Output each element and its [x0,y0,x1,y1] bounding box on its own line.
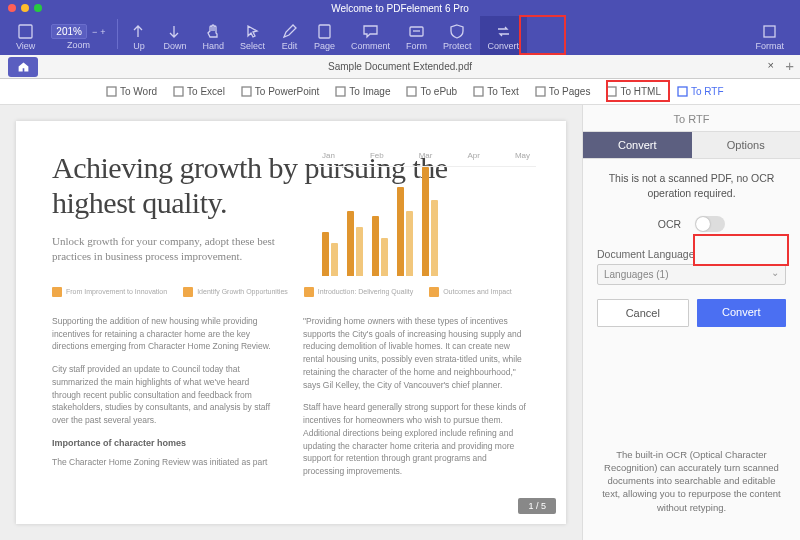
svg-rect-3 [764,26,775,37]
zoom-out-icon[interactable]: − [92,27,97,37]
select-button[interactable]: Select [232,16,273,55]
hand-button[interactable]: Hand [194,16,232,55]
format-button[interactable]: Format [747,16,792,55]
to-pages-button[interactable]: To Pages [529,84,597,99]
minimize-window-icon[interactable] [21,4,29,12]
comment-button[interactable]: Comment [343,16,398,55]
bar [347,211,354,276]
pdf-page: Achieving growth by pursuing the highest… [16,121,566,524]
page-indicator: 1 / 5 [518,498,556,514]
arrow-up-icon [130,23,147,40]
doc-lang-label: Document Language [597,248,786,260]
pencil-icon [281,23,298,40]
arrow-down-icon [166,23,183,40]
maximize-window-icon[interactable] [34,4,42,12]
feature-item: Identify Growth Opportunities [183,287,288,297]
ocr-row: OCR [597,216,786,232]
tab-options[interactable]: Options [692,132,801,159]
convert-panel: To RTF Convert Options This is not a sca… [582,105,800,540]
to-image-button[interactable]: To Image [329,84,396,99]
bar-group [422,167,438,276]
bar [431,200,438,276]
doc-icon [535,86,546,97]
svg-rect-4 [107,87,116,96]
svg-rect-9 [474,87,483,96]
doc-icon [241,86,252,97]
bar [356,227,363,276]
svg-rect-10 [536,87,545,96]
document-title: Sample Document Extended.pdf [328,61,472,72]
ocr-toggle[interactable] [695,216,725,232]
close-window-icon[interactable] [8,4,16,12]
feature-icon [183,287,193,297]
bar [406,211,413,276]
to-html-button[interactable]: To HTML [600,84,667,99]
bar [372,216,379,276]
doc-icon [677,86,688,97]
svg-rect-5 [174,87,183,96]
doc-icon [335,86,346,97]
edit-button[interactable]: Edit [273,16,306,55]
titlebar: Welcome to PDFelement 6 Pro [0,0,800,16]
format-icon [761,23,778,40]
bar [381,238,388,276]
view-button[interactable]: View [8,16,43,55]
bar-group [322,167,338,276]
workspace: Achieving growth by pursuing the highest… [0,105,800,540]
window-title: Welcome to PDFelement 6 Pro [331,3,469,14]
zoom-button[interactable]: 201% − + Zoom [43,16,113,55]
to-word-button[interactable]: To Word [100,84,163,99]
feature-icon [52,287,62,297]
cursor-icon [244,23,261,40]
to-epub-button[interactable]: To ePub [400,84,463,99]
doc-lang-select[interactable]: Languages (1) [597,264,786,285]
panel-tabs: Convert Options [583,132,800,159]
zoom-value[interactable]: 201% [51,24,87,39]
svg-rect-11 [607,87,616,96]
document-tabbar: Sample Document Extended.pdf × + [0,55,800,79]
zoom-in-icon[interactable]: + [100,27,105,37]
doc-icon [473,86,484,97]
down-button[interactable]: Down [155,16,194,55]
panel-footer-text: The built-in OCR (Optical Character Reco… [597,448,786,528]
comment-icon [362,23,379,40]
svg-rect-0 [19,25,32,38]
hand-icon [205,23,222,40]
document-viewport[interactable]: Achieving growth by pursuing the highest… [0,105,582,540]
doc-icon [173,86,184,97]
page-icon [316,23,333,40]
tab-close-icon[interactable]: × [768,59,774,71]
svg-rect-1 [319,25,330,38]
to-powerpoint-button[interactable]: To PowerPoint [235,84,325,99]
panel-convert-button[interactable]: Convert [697,299,787,327]
doc-icon [406,86,417,97]
form-icon [408,23,425,40]
form-button[interactable]: Form [398,16,435,55]
protect-button[interactable]: Protect [435,16,480,55]
cancel-button[interactable]: Cancel [597,299,689,327]
panel-body: This is not a scanned PDF, no OCR operat… [583,159,800,540]
page-button[interactable]: Page [306,16,343,55]
tab-add-icon[interactable]: + [785,57,794,74]
to-text-button[interactable]: To Text [467,84,525,99]
home-icon [17,60,30,73]
convert-button[interactable]: Convert [480,16,528,55]
tab-convert[interactable]: Convert [583,132,692,159]
svg-rect-7 [336,87,345,96]
bar-group [347,167,363,276]
svg-rect-12 [678,87,687,96]
convert-subtoolbar: To Word To Excel To PowerPoint To Image … [0,79,800,105]
column-right: "Providing home owners with these types … [303,315,530,488]
panel-title: To RTF [583,105,800,132]
doc-subtitle: Unlock growth for your company, adopt th… [52,234,281,265]
home-button[interactable] [8,57,38,77]
ocr-label: OCR [658,218,681,230]
up-button[interactable]: Up [122,16,155,55]
window-controls [0,4,42,12]
to-rtf-button[interactable]: To RTF [671,84,730,99]
view-icon [17,23,34,40]
svg-rect-8 [407,87,416,96]
panel-buttons: Cancel Convert [597,299,786,327]
to-excel-button[interactable]: To Excel [167,84,231,99]
bar [331,243,338,276]
